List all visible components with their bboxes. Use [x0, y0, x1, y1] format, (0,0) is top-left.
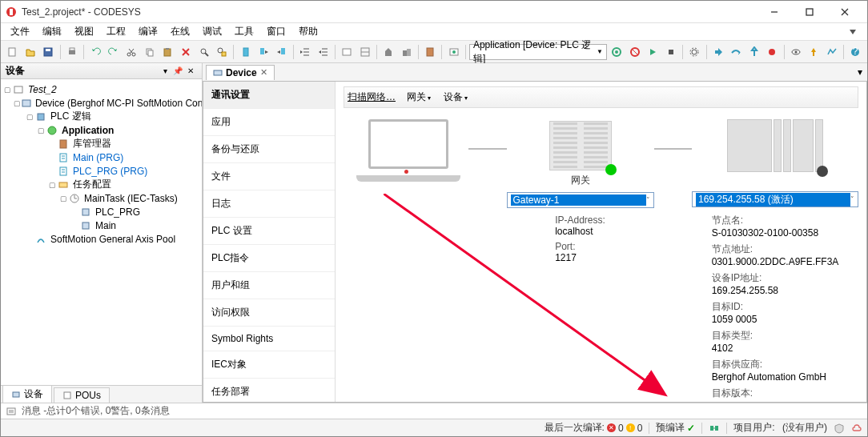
tree-softmotion-pool[interactable]: SoftMotion General Axis Pool: [2, 232, 200, 246]
nav-applications[interactable]: 应用: [203, 109, 335, 136]
tree-task-main[interactable]: Main: [2, 218, 200, 232]
new-file-icon[interactable]: [4, 43, 21, 61]
menu-project[interactable]: 工程: [100, 23, 132, 40]
stop-icon[interactable]: [663, 43, 680, 61]
tree-lib-manager[interactable]: 库管理器: [2, 137, 200, 150]
scan-network-link[interactable]: 扫描网络…: [348, 90, 397, 104]
outdent-icon[interactable]: [315, 43, 332, 61]
undo-icon[interactable]: [87, 43, 104, 61]
svg-rect-66: [59, 182, 67, 187]
nav-comm-settings[interactable]: 通讯设置: [203, 82, 335, 109]
panel-close-icon[interactable]: ✕: [184, 65, 197, 78]
toggle-region-icon[interactable]: [356, 43, 373, 61]
menu-tools[interactable]: 工具: [228, 23, 260, 40]
comm-toolbar: 扫描网络… 网关▾ 设备▾: [344, 86, 858, 108]
nav-backup-restore[interactable]: 备份与还原: [203, 136, 335, 163]
build-all-icon[interactable]: [398, 43, 415, 61]
tab-pous[interactable]: POUs: [54, 387, 110, 403]
svg-rect-79: [710, 426, 713, 431]
tree-main-prg[interactable]: Main (PRG): [2, 150, 200, 164]
nav-files[interactable]: 文件: [203, 163, 335, 190]
tab-close-icon[interactable]: ✕: [260, 67, 267, 78]
menu-view[interactable]: 视图: [68, 23, 100, 40]
force-icon[interactable]: [806, 43, 822, 61]
open-file-icon[interactable]: [22, 43, 39, 61]
find-replace-icon[interactable]: [214, 43, 231, 61]
message-bar[interactable]: 消息 -总计0个错误, 0警告, 0条消息: [1, 403, 867, 419]
gateway-combo[interactable]: Gateway-1˅: [507, 192, 654, 208]
customize-menu-icon[interactable]: [842, 26, 864, 38]
find-icon[interactable]: [195, 43, 212, 61]
save-icon[interactable]: [40, 43, 57, 61]
menu-edit[interactable]: 编辑: [36, 23, 68, 40]
library-icon[interactable]: [422, 43, 439, 61]
watch-icon[interactable]: [788, 43, 805, 61]
logout-icon[interactable]: [626, 43, 643, 61]
toggle-comment-icon[interactable]: [339, 43, 356, 61]
tab-device[interactable]: Device ✕: [206, 65, 275, 80]
menu-window[interactable]: 窗口: [260, 23, 292, 40]
tree-plc-prg[interactable]: PLC_PRG (PRG): [2, 164, 200, 178]
nav-plc-shell[interactable]: PLC指令: [203, 245, 335, 272]
status-connection-icon[interactable]: [709, 423, 720, 434]
settings-icon[interactable]: [686, 43, 703, 61]
trace-icon[interactable]: [824, 43, 841, 61]
bookmark-next-icon[interactable]: [255, 43, 272, 61]
device-panel: 设备 ▾ 📌 ✕ ▢Test_2 ▢Device (Berghof MC-PI …: [1, 63, 203, 403]
tree-application[interactable]: ▢Application: [2, 123, 200, 137]
status-security-icon[interactable]: [834, 423, 845, 434]
tree-device[interactable]: ▢Device (Berghof MC-PI SoftMotion Contro…: [2, 96, 200, 110]
tree-task-plc-prg[interactable]: PLC_PRG: [2, 205, 200, 218]
close-button[interactable]: [827, 2, 862, 22]
tabs-dropdown-icon[interactable]: ▾: [853, 66, 867, 78]
tree-main-task[interactable]: ▢MainTask (IEC-Tasks): [2, 191, 200, 205]
bookmark-toggle-icon[interactable]: [237, 43, 254, 61]
visualization-icon[interactable]: [445, 43, 462, 61]
nav-task-deploy[interactable]: 任务部署: [203, 379, 335, 406]
tab-devices[interactable]: 设备: [2, 385, 52, 403]
gateway-menu[interactable]: 网关▾: [404, 90, 434, 104]
print-icon[interactable]: [64, 43, 81, 61]
nav-symbol-rights[interactable]: Symbol Rights: [203, 327, 335, 351]
nav-plc-settings[interactable]: PLC 设置: [203, 218, 335, 245]
nav-iec-objects[interactable]: IEC对象: [203, 351, 335, 379]
target-type-label: 目标类型:: [712, 329, 839, 343]
tree-task-config[interactable]: ▢任务配置: [2, 178, 200, 191]
menu-build[interactable]: 编译: [132, 23, 164, 40]
copy-icon[interactable]: [142, 43, 159, 61]
login-icon[interactable]: [609, 43, 625, 61]
svg-point-48: [692, 50, 697, 54]
tree-plc-logic[interactable]: ▢PLC 逻辑: [2, 110, 200, 123]
step-into-icon[interactable]: [709, 43, 726, 61]
breakpoint-icon[interactable]: [764, 43, 781, 61]
nav-users-groups[interactable]: 用户和组: [203, 272, 335, 299]
bookmark-prev-icon[interactable]: [273, 43, 290, 61]
svg-rect-56: [22, 100, 30, 106]
help-icon[interactable]: ?: [847, 43, 864, 61]
status-cloud-icon[interactable]: [851, 423, 862, 434]
menu-file[interactable]: 文件: [4, 23, 36, 40]
svg-rect-73: [64, 392, 70, 399]
device-menu[interactable]: 设备▾: [440, 90, 471, 104]
minimize-button[interactable]: [757, 2, 792, 22]
panel-pin-icon[interactable]: 📌: [171, 65, 184, 78]
start-icon[interactable]: [645, 43, 661, 61]
build-icon[interactable]: [380, 43, 397, 61]
nav-log[interactable]: 日志: [203, 190, 335, 218]
redo-icon[interactable]: [106, 43, 123, 61]
device-combo[interactable]: 169.254.255.58 (激活)˅: [692, 191, 858, 207]
step-out-icon[interactable]: [746, 43, 763, 61]
active-application-combo[interactable]: Application [Device: PLC 逻辑] ▼: [469, 44, 607, 60]
cut-icon[interactable]: [123, 43, 140, 61]
maximize-button[interactable]: [792, 2, 827, 22]
delete-icon[interactable]: [178, 43, 195, 61]
indent-icon[interactable]: [297, 43, 314, 61]
panel-dropdown-icon[interactable]: ▾: [159, 65, 171, 78]
step-over-icon[interactable]: [728, 43, 745, 61]
tree-project-root[interactable]: ▢Test_2: [2, 82, 200, 96]
menu-debug[interactable]: 调试: [196, 23, 228, 40]
nav-access-rights[interactable]: 访问权限: [203, 299, 335, 327]
paste-icon[interactable]: [159, 43, 176, 61]
menu-online[interactable]: 在线: [164, 23, 196, 40]
menu-help[interactable]: 帮助: [292, 23, 324, 40]
